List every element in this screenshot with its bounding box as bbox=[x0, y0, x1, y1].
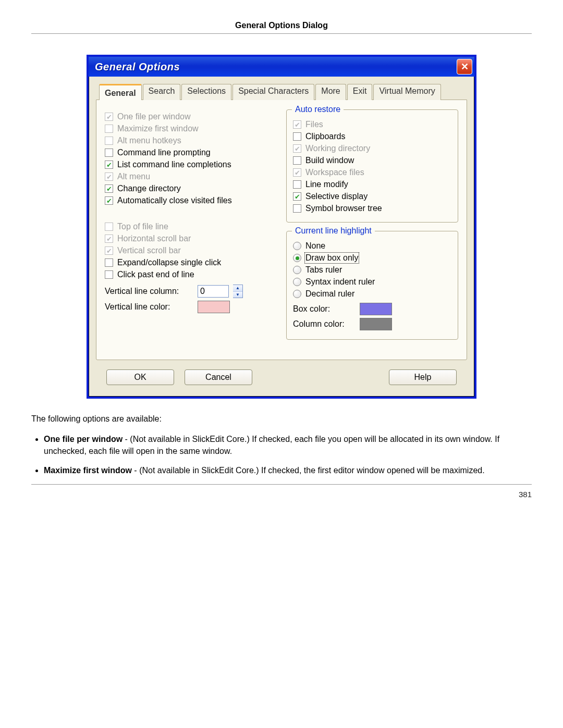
spinner-up-icon[interactable]: ▲ bbox=[233, 285, 242, 292]
general-options-dialog: General Options ✕ GeneralSearchSelection… bbox=[87, 55, 476, 399]
auto-restore-line-modify-label: Line modify bbox=[305, 180, 348, 189]
options-bullets: One file per window - (Not available in … bbox=[31, 433, 532, 477]
vertical-line-column-label: Vertical line column: bbox=[105, 287, 193, 296]
close-button[interactable]: ✕ bbox=[457, 59, 472, 75]
auto-restore-files-label: Files bbox=[305, 120, 323, 129]
top-of-file-line-checkbox bbox=[105, 223, 113, 231]
auto-restore-legend: Auto restore bbox=[292, 105, 344, 114]
vertical-line-column-spinner[interactable]: ▲ ▼ bbox=[233, 285, 243, 298]
radio-label-tabs-ruler: Tabs ruler bbox=[305, 265, 342, 275]
box-color-swatch[interactable] bbox=[360, 303, 392, 315]
horizontal-scroll-bar-label: Horizontal scroll bar bbox=[117, 234, 191, 243]
top-of-file-line-label: Top of file line bbox=[117, 222, 168, 231]
command-line-prompting-label: Command line prompting bbox=[117, 148, 211, 157]
auto-restore-group: Auto restore FilesClipboardsWorking dire… bbox=[286, 109, 458, 223]
alt-menu-checkbox bbox=[105, 172, 113, 181]
tab-virtual-memory[interactable]: Virtual Memory bbox=[373, 84, 440, 100]
header-rule bbox=[31, 33, 532, 34]
radio-decimal-ruler[interactable] bbox=[293, 290, 301, 298]
alt-menu-label: Alt menu bbox=[117, 172, 150, 181]
auto-restore-line-modify-checkbox[interactable] bbox=[293, 180, 301, 189]
page-title: General Options Dialog bbox=[31, 21, 532, 33]
one-file-per-window-label: One file per window bbox=[117, 112, 191, 121]
auto-restore-symbol-browser-tree-checkbox[interactable] bbox=[293, 204, 301, 213]
help-button[interactable]: Help bbox=[389, 369, 457, 385]
auto-restore-symbol-browser-tree-label: Symbol browser tree bbox=[305, 204, 382, 213]
box-color-label: Box color: bbox=[293, 304, 356, 314]
auto-restore-clipboards-label: Clipboards bbox=[305, 132, 345, 141]
bullet-one-file-per-window: One file per window - (Not available in … bbox=[44, 433, 532, 457]
tab-more[interactable]: More bbox=[315, 84, 346, 100]
expand-collapse-single-click-checkbox[interactable] bbox=[105, 258, 113, 267]
vertical-scroll-bar-checkbox bbox=[105, 246, 113, 255]
cancel-button[interactable]: Cancel bbox=[185, 369, 252, 385]
ok-button[interactable]: OK bbox=[106, 369, 174, 385]
vertical-scroll-bar-label: Vertical scroll bar bbox=[117, 246, 181, 255]
radio-label-none: None bbox=[305, 241, 325, 251]
page-number: 381 bbox=[31, 490, 532, 499]
auto-restore-selective-display-label: Selective display bbox=[305, 192, 368, 201]
radio-syntax-indent-ruler[interactable] bbox=[293, 278, 301, 286]
radio-tabs-ruler[interactable] bbox=[293, 266, 301, 274]
radio-draw-box-only[interactable] bbox=[293, 254, 301, 262]
dialog-buttons: OK Cancel Help bbox=[96, 360, 467, 387]
current-line-highlight-group: Current line highlight NoneDraw box only… bbox=[286, 231, 458, 340]
change-directory-checkbox[interactable] bbox=[105, 184, 113, 193]
spinner-down-icon[interactable]: ▼ bbox=[233, 292, 242, 298]
auto-restore-workspace-files-checkbox bbox=[293, 168, 301, 177]
maximize-first-window-label: Maximize first window bbox=[117, 124, 199, 133]
radio-label-syntax-indent-ruler: Syntax indent ruler bbox=[305, 277, 375, 287]
radio-none[interactable] bbox=[293, 242, 301, 250]
auto-restore-selective-display-checkbox[interactable] bbox=[293, 192, 301, 201]
column-color-label: Column color: bbox=[293, 319, 356, 329]
auto-restore-clipboards-checkbox[interactable] bbox=[293, 132, 301, 141]
options-intro: The following options are available: bbox=[31, 414, 532, 424]
auto-restore-files-checkbox bbox=[293, 120, 301, 129]
footer-rule bbox=[31, 484, 532, 485]
alt-menu-hotkeys-checkbox bbox=[105, 137, 113, 145]
tab-panel-general: One file per windowMaximize first window… bbox=[96, 100, 467, 360]
current-line-highlight-legend: Current line highlight bbox=[292, 226, 375, 236]
automatically-close-visited-files-checkbox[interactable] bbox=[105, 196, 113, 205]
column-color-swatch[interactable] bbox=[360, 318, 392, 330]
maximize-first-window-checkbox bbox=[105, 125, 113, 133]
vertical-line-color-label: Vertical line color: bbox=[105, 302, 193, 312]
horizontal-scroll-bar-checkbox bbox=[105, 235, 113, 243]
tab-special-characters[interactable]: Special Characters bbox=[232, 84, 314, 100]
dialog-title: General Options bbox=[95, 61, 180, 73]
expand-collapse-single-click-label: Expand/collapse single click bbox=[117, 258, 221, 267]
auto-restore-workspace-files-label: Workspace files bbox=[305, 168, 364, 177]
alt-menu-hotkeys-label: Alt menu hotkeys bbox=[117, 136, 181, 145]
tab-selections[interactable]: Selections bbox=[181, 84, 231, 100]
titlebar: General Options ✕ bbox=[89, 57, 474, 77]
auto-restore-working-directory-label: Working directory bbox=[305, 144, 370, 153]
vertical-line-color-swatch[interactable] bbox=[198, 301, 230, 313]
click-past-end-of-line-checkbox[interactable] bbox=[105, 270, 113, 279]
command-line-prompting-checkbox[interactable] bbox=[105, 149, 113, 157]
auto-restore-build-window-label: Build window bbox=[305, 156, 354, 165]
change-directory-label: Change directory bbox=[117, 184, 181, 193]
radio-label-draw-box-only: Draw box only bbox=[305, 253, 358, 263]
tab-exit[interactable]: Exit bbox=[347, 84, 373, 100]
one-file-per-window-checkbox bbox=[105, 113, 113, 121]
radio-label-decimal-ruler: Decimal ruler bbox=[305, 289, 354, 299]
tabstrip: GeneralSearchSelectionsSpecial Character… bbox=[96, 84, 467, 100]
bullet-maximize-first-window: Maximize first window - (Not available i… bbox=[44, 464, 532, 476]
automatically-close-visited-files-label: Automatically close visited files bbox=[117, 196, 232, 205]
auto-restore-working-directory-checkbox bbox=[293, 144, 301, 153]
vertical-line-column-input[interactable]: 0 bbox=[198, 285, 229, 298]
click-past-end-of-line-label: Click past end of line bbox=[117, 270, 194, 279]
list-command-line-completions-label: List command line completions bbox=[117, 160, 231, 169]
tab-search[interactable]: Search bbox=[143, 84, 181, 100]
tab-general[interactable]: General bbox=[99, 84, 142, 100]
list-command-line-completions-checkbox[interactable] bbox=[105, 161, 113, 169]
close-icon: ✕ bbox=[461, 61, 469, 72]
auto-restore-build-window-checkbox[interactable] bbox=[293, 156, 301, 165]
